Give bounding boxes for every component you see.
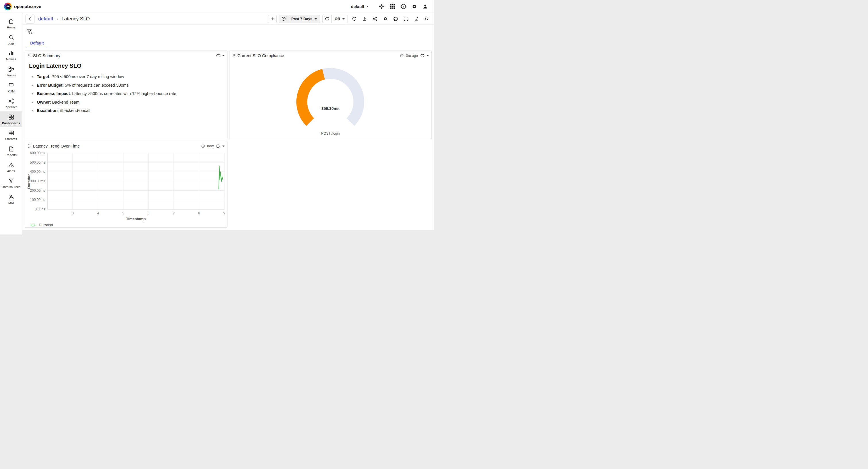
- apps-menu-button[interactable]: [388, 2, 397, 11]
- app-window: openobserve default ?: [0, 0, 434, 234]
- org-selector[interactable]: default: [348, 3, 371, 10]
- sidebar-item-label: Dashboards: [2, 122, 21, 125]
- time-range-selector[interactable]: Past 7 Days: [279, 14, 320, 23]
- settings-button[interactable]: [409, 2, 419, 11]
- code-icon: [424, 16, 429, 22]
- export-json-button[interactable]: [412, 14, 420, 23]
- panel-title: SLO Summary: [33, 54, 214, 58]
- breadcrumb-org-link[interactable]: default: [38, 16, 53, 22]
- sidebar-item-home[interactable]: Home: [0, 15, 22, 32]
- sidebar-item-label: Metrics: [6, 58, 16, 61]
- svg-text:8: 8: [198, 211, 200, 215]
- share-button[interactable]: [371, 14, 379, 23]
- panel-slo-compliance: Current SLO Compliance 3m ago: [229, 51, 432, 139]
- export-download-button[interactable]: [361, 14, 369, 23]
- svg-text:500.00ms: 500.00ms: [30, 161, 45, 164]
- funnel-icon: [8, 178, 14, 184]
- sidebar: Home Logs Metrics Traces RUM Pipelines: [0, 13, 22, 234]
- panel-menu-button[interactable]: [222, 55, 225, 56]
- breadcrumb-separator: ›: [57, 16, 58, 21]
- sidebar-item-label: RUM: [7, 90, 14, 93]
- svg-text:?: ?: [402, 5, 404, 8]
- back-button[interactable]: [25, 14, 35, 24]
- svg-text:600.00ms: 600.00ms: [30, 151, 45, 155]
- page-title: Latency SLO: [61, 16, 90, 22]
- panel-refresh-button[interactable]: [420, 54, 425, 58]
- sidebar-item-iam[interactable]: IAM: [0, 191, 22, 207]
- openobserve-logo-icon: [4, 3, 12, 10]
- dashboard-toolbar: default › Latency SLO Past 7 Days: [22, 13, 434, 25]
- share-icon: [372, 16, 378, 22]
- dashboard-tabs: Default: [22, 38, 434, 48]
- sidebar-item-label: Streams: [5, 137, 17, 141]
- refresh-icon: [351, 16, 357, 22]
- sidebar-item-label: IAM: [8, 201, 14, 205]
- filter-row: [22, 25, 434, 38]
- streams-icon: [8, 130, 14, 136]
- auto-refresh-selector[interactable]: Off: [322, 14, 348, 23]
- top-bar: openobserve default ?: [0, 0, 434, 13]
- sidebar-item-reports[interactable]: Reports: [0, 143, 22, 159]
- sidebar-item-metrics[interactable]: Metrics: [0, 47, 22, 63]
- sun-icon: [378, 3, 384, 9]
- dashboard-settings-button[interactable]: [381, 14, 389, 23]
- panel-menu-button[interactable]: [427, 55, 429, 56]
- add-filter-button[interactable]: [26, 28, 33, 36]
- brand[interactable]: openobserve: [4, 3, 41, 10]
- add-panel-button[interactable]: [268, 14, 277, 23]
- sidebar-item-label: Data sources: [2, 185, 21, 189]
- chart-legend[interactable]: Duration: [25, 223, 227, 227]
- drag-handle-icon[interactable]: [232, 54, 236, 58]
- line-chart: 600.00ms500.00ms400.00ms300.00ms200.00ms…: [25, 151, 227, 223]
- time-range-value: Past 7 Days: [291, 16, 312, 21]
- user-icon: [422, 3, 428, 9]
- sidebar-item-dashboards[interactable]: Dashboards: [0, 111, 22, 128]
- panel-title: Latency Trend Over Time: [33, 144, 199, 148]
- chevron-down-icon: [427, 55, 429, 56]
- gauge-value: 359.30ms: [229, 106, 431, 111]
- theme-toggle-button[interactable]: [377, 2, 386, 11]
- drag-handle-icon[interactable]: [28, 144, 31, 148]
- sidebar-item-pipelines[interactable]: Pipelines: [0, 95, 22, 111]
- panel-refresh-button[interactable]: [216, 144, 220, 148]
- drag-handle-icon[interactable]: [28, 54, 31, 58]
- chevron-down-icon: [222, 145, 225, 147]
- svg-text:100.00ms: 100.00ms: [30, 198, 45, 202]
- chevron-down-icon: [366, 6, 369, 7]
- sidebar-item-label: Pipelines: [5, 105, 18, 109]
- sidebar-item-label: Home: [7, 26, 15, 29]
- fullscreen-button[interactable]: [402, 14, 410, 23]
- sidebar-item-streams[interactable]: Streams: [0, 127, 22, 143]
- sidebar-item-logs[interactable]: Logs: [0, 32, 22, 48]
- auto-refresh-value: Off: [335, 16, 340, 21]
- file-icon: [413, 16, 419, 22]
- gauge-svg: [229, 60, 431, 139]
- panel-refresh-button[interactable]: [216, 54, 220, 58]
- sidebar-item-rum[interactable]: RUM: [0, 79, 22, 96]
- gear-icon: [382, 16, 388, 22]
- search-icon: [8, 34, 14, 40]
- slo-bullet: Error Budget: 5% of requests can exceed …: [29, 83, 224, 88]
- panels-area: SLO Summary Login Latency SLO: [22, 48, 434, 228]
- slo-bullet: Business Impact: Latency >500ms correlat…: [29, 91, 224, 96]
- svg-text:300.00ms: 300.00ms: [30, 179, 45, 183]
- sidebar-item-traces[interactable]: Traces: [0, 63, 22, 79]
- panel-menu-button[interactable]: [222, 145, 225, 147]
- chevron-down-icon: [314, 19, 317, 20]
- download-icon: [362, 16, 367, 22]
- sidebar-item-data-sources[interactable]: Data sources: [0, 175, 22, 191]
- traces-icon: [8, 66, 14, 72]
- sidebar-item-label: Alerts: [7, 169, 15, 173]
- tab-default[interactable]: Default: [26, 39, 48, 48]
- sidebar-item-alerts[interactable]: Alerts: [0, 159, 22, 175]
- gauge-chart: 359.30ms POST /login: [229, 60, 431, 139]
- print-button[interactable]: [392, 14, 400, 23]
- refresh-button[interactable]: [350, 14, 358, 23]
- query-inspector-button[interactable]: [423, 14, 431, 23]
- help-button[interactable]: ?: [398, 2, 408, 11]
- last-refresh-time: 3m ago: [406, 54, 418, 58]
- slo-bullet-list: Target: P95 < 500ms over 7 day rolling w…: [29, 74, 224, 113]
- panel-title: Current SLO Compliance: [238, 54, 398, 58]
- account-button[interactable]: [420, 2, 430, 11]
- brand-name: openobserve: [14, 4, 41, 9]
